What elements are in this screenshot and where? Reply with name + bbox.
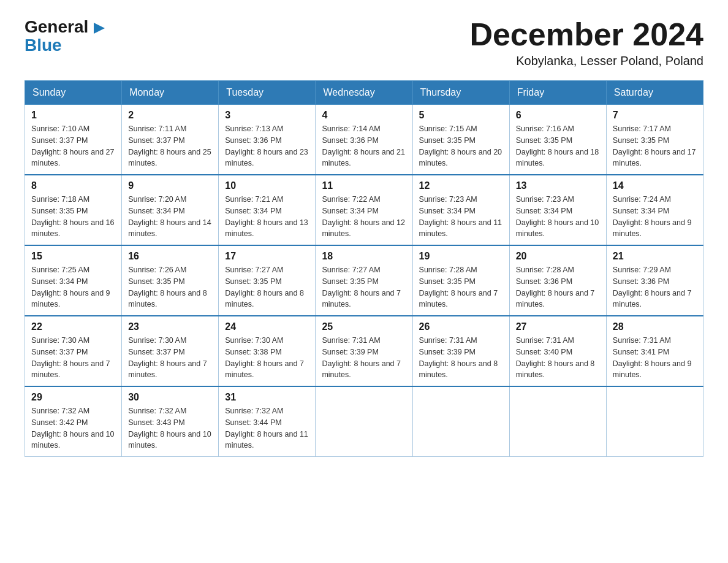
- day-info: Sunrise: 7:16 AMSunset: 3:35 PMDaylight:…: [516, 123, 600, 169]
- calendar-week-3: 15 Sunrise: 7:25 AMSunset: 3:34 PMDaylig…: [25, 245, 703, 316]
- col-header-saturday: Saturday: [606, 81, 703, 105]
- location-subtitle: Kobylanka, Lesser Poland, Poland: [469, 54, 703, 68]
- calendar-cell: 22 Sunrise: 7:30 AMSunset: 3:37 PMDaylig…: [25, 316, 122, 386]
- day-info: Sunrise: 7:31 AMSunset: 3:40 PMDaylight:…: [516, 335, 600, 381]
- calendar-cell: 28 Sunrise: 7:31 AMSunset: 3:41 PMDaylig…: [606, 316, 703, 386]
- day-info: Sunrise: 7:25 AMSunset: 3:34 PMDaylight:…: [31, 264, 115, 310]
- calendar-cell: 27 Sunrise: 7:31 AMSunset: 3:40 PMDaylig…: [509, 316, 606, 386]
- calendar-cell: 6 Sunrise: 7:16 AMSunset: 3:35 PMDayligh…: [509, 105, 606, 175]
- day-info: Sunrise: 7:31 AMSunset: 3:39 PMDaylight:…: [322, 335, 406, 381]
- calendar-cell: 8 Sunrise: 7:18 AMSunset: 3:35 PMDayligh…: [25, 175, 122, 245]
- calendar-cell: [412, 386, 509, 457]
- day-info: Sunrise: 7:31 AMSunset: 3:41 PMDaylight:…: [613, 335, 697, 381]
- day-info: Sunrise: 7:18 AMSunset: 3:35 PMDaylight:…: [31, 194, 115, 240]
- calendar-cell: 16 Sunrise: 7:26 AMSunset: 3:35 PMDaylig…: [122, 245, 219, 316]
- col-header-friday: Friday: [509, 81, 606, 105]
- day-number: 20: [516, 251, 600, 262]
- day-number: 14: [613, 180, 697, 191]
- calendar-cell: 23 Sunrise: 7:30 AMSunset: 3:37 PMDaylig…: [122, 316, 219, 386]
- title-section: December 2024 Kobylanka, Lesser Poland, …: [469, 18, 703, 68]
- day-number: 16: [128, 251, 212, 262]
- calendar-week-5: 29 Sunrise: 7:32 AMSunset: 3:42 PMDaylig…: [25, 386, 703, 457]
- day-info: Sunrise: 7:28 AMSunset: 3:36 PMDaylight:…: [516, 264, 600, 310]
- calendar-cell: 20 Sunrise: 7:28 AMSunset: 3:36 PMDaylig…: [509, 245, 606, 316]
- day-number: 2: [128, 110, 212, 121]
- calendar-cell: 24 Sunrise: 7:30 AMSunset: 3:38 PMDaylig…: [219, 316, 316, 386]
- day-number: 22: [31, 321, 115, 332]
- day-info: Sunrise: 7:32 AMSunset: 3:43 PMDaylight:…: [128, 405, 212, 451]
- day-info: Sunrise: 7:21 AMSunset: 3:34 PMDaylight:…: [225, 194, 309, 240]
- day-info: Sunrise: 7:23 AMSunset: 3:34 PMDaylight:…: [419, 194, 503, 240]
- day-info: Sunrise: 7:29 AMSunset: 3:36 PMDaylight:…: [613, 264, 697, 310]
- calendar-cell: 29 Sunrise: 7:32 AMSunset: 3:42 PMDaylig…: [25, 386, 122, 457]
- day-number: 31: [225, 392, 309, 403]
- calendar-cell: 10 Sunrise: 7:21 AMSunset: 3:34 PMDaylig…: [219, 175, 316, 245]
- day-info: Sunrise: 7:11 AMSunset: 3:37 PMDaylight:…: [128, 123, 212, 169]
- svg-marker-0: [94, 23, 105, 34]
- day-info: Sunrise: 7:30 AMSunset: 3:37 PMDaylight:…: [128, 335, 212, 381]
- calendar-cell: 9 Sunrise: 7:20 AMSunset: 3:34 PMDayligh…: [122, 175, 219, 245]
- day-info: Sunrise: 7:27 AMSunset: 3:35 PMDaylight:…: [225, 264, 309, 310]
- day-info: Sunrise: 7:14 AMSunset: 3:36 PMDaylight:…: [322, 123, 406, 169]
- logo-blue: Blue: [25, 36, 62, 55]
- calendar-cell: 17 Sunrise: 7:27 AMSunset: 3:35 PMDaylig…: [219, 245, 316, 316]
- day-number: 23: [128, 321, 212, 332]
- calendar-cell: 13 Sunrise: 7:23 AMSunset: 3:34 PMDaylig…: [509, 175, 606, 245]
- day-number: 3: [225, 110, 309, 121]
- page-header: General Blue December 2024 Kobylanka, Le…: [25, 18, 703, 68]
- calendar-cell: [606, 386, 703, 457]
- day-number: 9: [128, 180, 212, 191]
- day-info: Sunrise: 7:13 AMSunset: 3:36 PMDaylight:…: [225, 123, 309, 169]
- day-info: Sunrise: 7:26 AMSunset: 3:35 PMDaylight:…: [128, 264, 212, 310]
- col-header-sunday: Sunday: [25, 81, 122, 105]
- calendar-week-4: 22 Sunrise: 7:30 AMSunset: 3:37 PMDaylig…: [25, 316, 703, 386]
- calendar-cell: 11 Sunrise: 7:22 AMSunset: 3:34 PMDaylig…: [316, 175, 412, 245]
- month-year-title: December 2024: [469, 18, 703, 50]
- day-info: Sunrise: 7:15 AMSunset: 3:35 PMDaylight:…: [419, 123, 503, 169]
- col-header-monday: Monday: [122, 81, 219, 105]
- calendar-cell: 12 Sunrise: 7:23 AMSunset: 3:34 PMDaylig…: [412, 175, 509, 245]
- day-info: Sunrise: 7:28 AMSunset: 3:35 PMDaylight:…: [419, 264, 503, 310]
- calendar-cell: 31 Sunrise: 7:32 AMSunset: 3:44 PMDaylig…: [219, 386, 316, 457]
- calendar-cell: 7 Sunrise: 7:17 AMSunset: 3:35 PMDayligh…: [606, 105, 703, 175]
- day-info: Sunrise: 7:24 AMSunset: 3:34 PMDaylight:…: [613, 194, 697, 240]
- day-number: 4: [322, 110, 406, 121]
- calendar-cell: 26 Sunrise: 7:31 AMSunset: 3:39 PMDaylig…: [412, 316, 509, 386]
- calendar-cell: 15 Sunrise: 7:25 AMSunset: 3:34 PMDaylig…: [25, 245, 122, 316]
- day-number: 5: [419, 110, 503, 121]
- day-number: 13: [516, 180, 600, 191]
- day-number: 28: [613, 321, 697, 332]
- col-header-wednesday: Wednesday: [316, 81, 412, 105]
- day-info: Sunrise: 7:10 AMSunset: 3:37 PMDaylight:…: [31, 123, 115, 169]
- day-info: Sunrise: 7:30 AMSunset: 3:38 PMDaylight:…: [225, 335, 309, 381]
- day-number: 25: [322, 321, 406, 332]
- calendar-cell: 5 Sunrise: 7:15 AMSunset: 3:35 PMDayligh…: [412, 105, 509, 175]
- day-info: Sunrise: 7:30 AMSunset: 3:37 PMDaylight:…: [31, 335, 115, 381]
- calendar-cell: 3 Sunrise: 7:13 AMSunset: 3:36 PMDayligh…: [219, 105, 316, 175]
- col-header-tuesday: Tuesday: [219, 81, 316, 105]
- calendar-header-row: SundayMondayTuesdayWednesdayThursdayFrid…: [25, 81, 703, 105]
- logo-arrow-icon: [94, 23, 105, 34]
- day-info: Sunrise: 7:27 AMSunset: 3:35 PMDaylight:…: [322, 264, 406, 310]
- day-number: 24: [225, 321, 309, 332]
- day-number: 29: [31, 392, 115, 403]
- day-number: 17: [225, 251, 309, 262]
- logo-general: General: [25, 18, 105, 36]
- calendar-week-1: 1 Sunrise: 7:10 AMSunset: 3:37 PMDayligh…: [25, 105, 703, 175]
- day-number: 15: [31, 251, 115, 262]
- col-header-thursday: Thursday: [412, 81, 509, 105]
- calendar-cell: 30 Sunrise: 7:32 AMSunset: 3:43 PMDaylig…: [122, 386, 219, 457]
- day-number: 30: [128, 392, 212, 403]
- day-number: 18: [322, 251, 406, 262]
- day-info: Sunrise: 7:17 AMSunset: 3:35 PMDaylight:…: [613, 123, 697, 169]
- day-number: 27: [516, 321, 600, 332]
- calendar-cell: 21 Sunrise: 7:29 AMSunset: 3:36 PMDaylig…: [606, 245, 703, 316]
- calendar-cell: 2 Sunrise: 7:11 AMSunset: 3:37 PMDayligh…: [122, 105, 219, 175]
- calendar-cell: 14 Sunrise: 7:24 AMSunset: 3:34 PMDaylig…: [606, 175, 703, 245]
- calendar-week-2: 8 Sunrise: 7:18 AMSunset: 3:35 PMDayligh…: [25, 175, 703, 245]
- calendar-cell: 19 Sunrise: 7:28 AMSunset: 3:35 PMDaylig…: [412, 245, 509, 316]
- day-number: 26: [419, 321, 503, 332]
- calendar-cell: 18 Sunrise: 7:27 AMSunset: 3:35 PMDaylig…: [316, 245, 412, 316]
- day-info: Sunrise: 7:20 AMSunset: 3:34 PMDaylight:…: [128, 194, 212, 240]
- day-number: 7: [613, 110, 697, 121]
